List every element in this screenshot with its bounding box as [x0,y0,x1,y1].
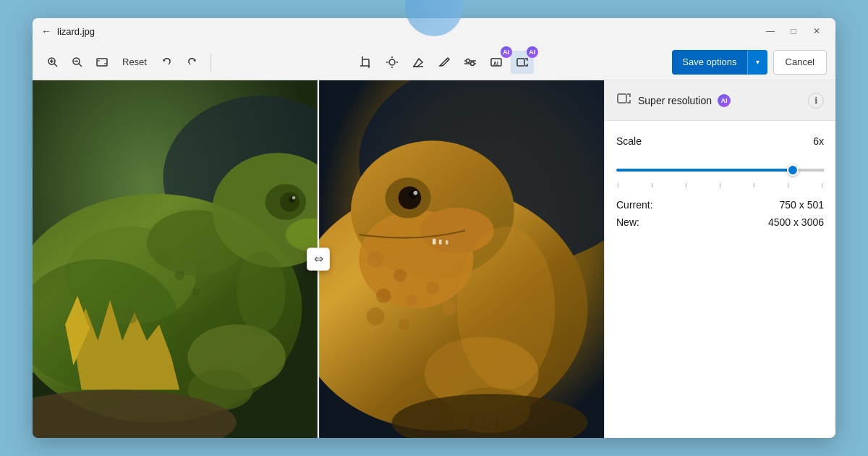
svg-point-71 [376,289,391,303]
svg-point-45 [280,192,299,211]
erase-icon [412,56,425,69]
tick-2 [652,183,652,187]
aspect-ratio-button[interactable] [90,51,114,74]
draw-icon [438,56,451,69]
tick-1 [618,183,618,187]
undo-icon [161,56,173,68]
tick-7 [822,183,822,187]
panel-header-left: Super resolution AI [616,90,731,110]
filter-button[interactable] [459,51,482,74]
svg-point-72 [407,295,418,306]
toolbar-left: Reset [41,51,203,74]
brightness-icon [386,56,399,69]
crop-button[interactable] [354,51,378,74]
panel-body: Scale 6x [605,121,835,242]
svg-point-75 [399,318,410,330]
svg-line-20 [446,59,448,61]
svg-rect-67 [439,240,441,245]
maximize-button[interactable]: □ [783,24,804,38]
reset-button[interactable]: Reset [115,52,154,72]
svg-rect-29 [517,59,524,66]
undo-button[interactable] [156,51,179,74]
slider-section [616,159,824,187]
info-rows: Current: 750 x 501 New: 4500 x 3006 [616,199,824,228]
svg-point-74 [367,308,385,326]
svg-point-69 [367,251,384,268]
new-value: 4500 x 3006 [768,216,824,228]
zoom-out-button[interactable] [66,51,89,74]
iguana-scene: ⇔ [33,80,604,438]
slider-track [616,169,824,172]
draw-button[interactable] [433,51,456,74]
toolbar: Reset [33,44,835,80]
current-size-row: Current: 750 x 501 [616,199,824,211]
tick-5 [754,183,754,187]
ai-badge-superres: AI [527,46,538,58]
panel-title: Super resolution [638,95,712,106]
panel-ai-badge: AI [718,94,731,107]
crop-icon [359,56,373,69]
new-label: New: [616,216,639,228]
svg-point-83 [457,227,555,390]
zoom-out-icon [72,56,83,68]
svg-point-53 [123,309,137,324]
app-window: ← lizard.jpg — □ ✕ [33,18,835,438]
svg-point-51 [141,286,153,297]
tick-4 [720,183,720,187]
current-value: 750 x 501 [780,199,825,211]
window-title: lizard.jpg [57,26,95,37]
current-label: Current: [616,199,653,211]
scale-value: 6x [813,135,824,147]
slider-thumb[interactable] [787,164,799,176]
panel-header: Super resolution AI ℹ [605,80,835,121]
svg-point-62 [399,187,422,210]
minimize-button[interactable]: — [760,24,780,38]
redo-button[interactable] [180,51,203,74]
svg-rect-66 [433,239,436,245]
super-res-tool: AI [511,51,534,74]
svg-point-50 [174,271,184,281]
aspect-ratio-icon [96,56,108,68]
info-button[interactable]: ℹ [808,93,824,109]
save-options-button[interactable]: Save options [672,50,746,75]
main-content: ⇔ Super resolution AI [33,80,835,438]
zoom-in-button[interactable] [41,51,64,74]
svg-text:⇔: ⇔ [314,253,323,265]
side-panel: Super resolution AI ℹ Scale 6x [604,80,835,438]
svg-point-64 [413,191,417,195]
svg-rect-68 [446,240,448,245]
tick-6 [788,183,788,187]
close-button[interactable]: ✕ [807,24,827,38]
tick-3 [686,183,686,187]
super-res-panel-icon [616,90,632,110]
svg-line-5 [79,64,82,67]
svg-point-73 [426,281,439,294]
svg-point-47 [292,196,296,200]
toolbar-center: AI AI AI [218,51,669,74]
iguana-image: ⇔ [33,80,604,438]
svg-point-52 [192,288,200,296]
toolbar-divider [210,54,211,71]
image-area: ⇔ [33,80,604,438]
zoom-in-icon [47,56,59,68]
super-res-icon [516,56,529,69]
svg-point-49 [157,253,170,266]
svg-point-22 [470,62,474,65]
svg-rect-7 [97,59,107,66]
toolbar-right: Save options ▾ Cancel [672,50,827,75]
cancel-button[interactable]: Cancel [773,50,827,75]
svg-text:AI: AI [493,61,498,66]
svg-point-76 [441,301,456,316]
save-options-dropdown[interactable]: ▾ [747,50,767,75]
filter-icon [464,56,477,69]
title-bar: ← lizard.jpg — □ ✕ [33,18,835,44]
brightness-button[interactable] [380,51,404,74]
svg-point-55 [237,251,286,333]
ai-remove-icon: AI [490,56,503,69]
svg-point-54 [166,320,176,330]
erase-button[interactable] [407,51,430,74]
window-controls: — □ ✕ [760,24,827,38]
svg-point-14 [389,59,395,65]
svg-point-70 [393,269,407,282]
back-button[interactable]: ← [41,25,51,37]
